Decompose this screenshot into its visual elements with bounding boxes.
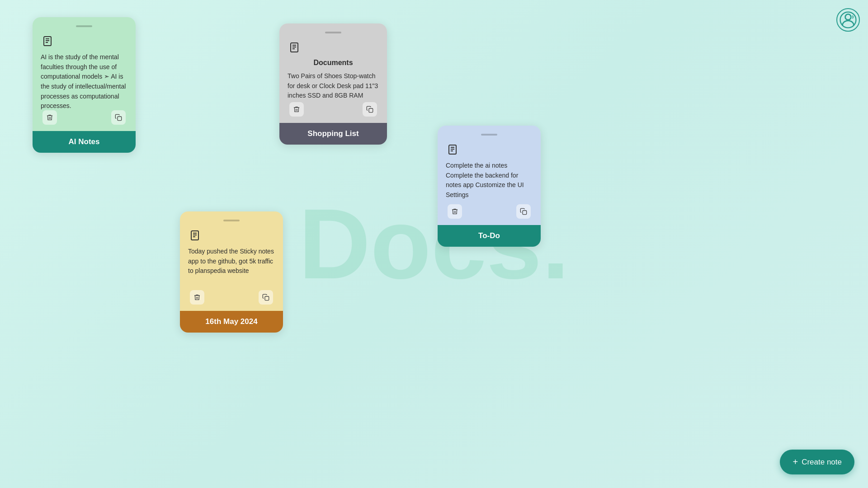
svg-rect-11 xyxy=(369,108,373,113)
svg-rect-21 xyxy=(265,296,269,300)
shopping-list-title: Documents xyxy=(288,59,379,67)
date-note-card: Today pushed the Sticky notes app to the… xyxy=(180,211,283,333)
drag-handle[interactable] xyxy=(325,32,341,33)
ai-notes-actions xyxy=(41,110,127,125)
document-icon xyxy=(188,229,202,242)
todo-copy-button[interactable] xyxy=(516,204,531,219)
date-note-delete-button[interactable] xyxy=(190,290,204,305)
document-icon xyxy=(288,41,301,54)
drag-handle[interactable] xyxy=(76,25,92,27)
todo-delete-button[interactable] xyxy=(448,204,462,219)
create-note-button[interactable]: + Create note xyxy=(780,450,854,474)
shopping-list-footer: Shopping List xyxy=(279,123,387,145)
todo-footer: To-Do xyxy=(438,225,541,247)
drag-handle[interactable] xyxy=(481,134,497,136)
date-note-copy-button[interactable] xyxy=(259,290,273,305)
ai-notes-copy-button[interactable] xyxy=(111,110,126,125)
date-note-actions xyxy=(188,290,275,305)
shopping-list-delete-button[interactable] xyxy=(289,102,304,117)
drag-handle[interactable] xyxy=(223,220,240,221)
user-avatar-button[interactable] xyxy=(836,8,860,32)
todo-card: Complete the ai notes Complete the backe… xyxy=(438,126,541,247)
ai-notes-delete-button[interactable] xyxy=(42,110,57,125)
document-icon xyxy=(41,34,54,48)
shopping-list-copy-button[interactable] xyxy=(363,102,377,117)
date-note-footer: 16th May 2024 xyxy=(180,311,283,333)
document-icon xyxy=(446,143,459,156)
todo-actions xyxy=(446,204,533,219)
ai-notes-card: AI is the study of the mental faculties … xyxy=(33,17,136,153)
shopping-list-card: Documents Two Pairs of Shoes Stop-watch … xyxy=(279,23,387,145)
plus-icon: + xyxy=(793,457,798,467)
svg-point-0 xyxy=(845,14,851,20)
ai-notes-footer: AI Notes xyxy=(33,131,136,153)
svg-rect-16 xyxy=(523,211,527,215)
create-note-label: Create note xyxy=(802,458,842,467)
shopping-list-actions xyxy=(288,102,379,117)
svg-rect-6 xyxy=(118,117,122,121)
date-note-content: Today pushed the Sticky notes app to the… xyxy=(188,247,275,290)
